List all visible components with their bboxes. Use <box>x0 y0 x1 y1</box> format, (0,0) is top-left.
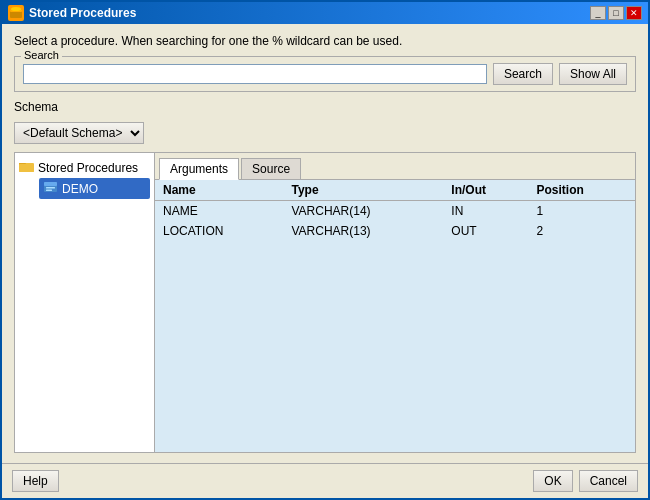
cell-position: 2 <box>529 221 635 241</box>
svg-rect-6 <box>19 164 34 172</box>
cell-name: NAME <box>155 201 283 222</box>
svg-rect-9 <box>46 187 55 189</box>
tree-db-icon <box>43 180 59 197</box>
title-bar: Stored Procedures _ □ ✕ <box>2 2 648 24</box>
main-area: Stored Procedures DEMO <box>14 152 636 453</box>
main-window: Stored Procedures _ □ ✕ Select a procedu… <box>0 0 650 500</box>
tree-folder-icon <box>19 159 35 176</box>
tree-panel: Stored Procedures DEMO <box>15 153 155 452</box>
tab-arguments[interactable]: Arguments <box>159 158 239 180</box>
search-group-label: Search <box>21 49 62 61</box>
cancel-button[interactable]: Cancel <box>579 470 638 492</box>
cell-inout: OUT <box>443 221 528 241</box>
ok-button[interactable]: OK <box>533 470 572 492</box>
cell-position: 1 <box>529 201 635 222</box>
content-panel: Arguments Source Name Type In/Out <box>155 153 635 452</box>
col-type: Type <box>283 180 443 201</box>
table-header-row: Name Type In/Out Position <box>155 180 635 201</box>
schema-select-wrapper: <Default Schema> <box>14 122 636 144</box>
cell-type: VARCHAR(13) <box>283 221 443 241</box>
svg-rect-10 <box>46 190 52 192</box>
col-inout: In/Out <box>443 180 528 201</box>
help-button[interactable]: Help <box>12 470 59 492</box>
arguments-table: Name Type In/Out Position NAMEVARCHAR(14… <box>155 180 635 241</box>
schema-select[interactable]: <Default Schema> <box>14 122 144 144</box>
cell-type: VARCHAR(14) <box>283 201 443 222</box>
table-row: NAMEVARCHAR(14)IN1 <box>155 201 635 222</box>
tree-child-demo[interactable]: DEMO <box>39 178 150 199</box>
window-icon <box>8 5 24 21</box>
schema-label: Schema <box>14 100 58 114</box>
col-name: Name <box>155 180 283 201</box>
tab-content-arguments: Name Type In/Out Position NAMEVARCHAR(14… <box>155 180 635 452</box>
tree-root-label: Stored Procedures <box>38 161 138 175</box>
svg-rect-8 <box>44 182 57 186</box>
cell-name: LOCATION <box>155 221 283 241</box>
svg-point-2 <box>11 7 21 11</box>
minimize-button[interactable]: _ <box>590 6 606 20</box>
tab-source[interactable]: Source <box>241 158 301 180</box>
show-all-button[interactable]: Show All <box>559 63 627 85</box>
tree-root[interactable]: Stored Procedures <box>19 157 150 178</box>
tabs-row: Arguments Source <box>155 153 635 180</box>
title-controls: _ □ ✕ <box>590 6 642 20</box>
cell-inout: IN <box>443 201 528 222</box>
title-bar-left: Stored Procedures <box>8 5 136 21</box>
window-body: Select a procedure. When searching for o… <box>2 24 648 463</box>
search-input[interactable] <box>23 64 487 84</box>
close-button[interactable]: ✕ <box>626 6 642 20</box>
search-row: Search Show All <box>23 63 627 85</box>
maximize-button[interactable]: □ <box>608 6 624 20</box>
tree-child-label: DEMO <box>62 182 98 196</box>
col-position: Position <box>529 180 635 201</box>
bottom-right-buttons: OK Cancel <box>533 470 638 492</box>
search-button[interactable]: Search <box>493 63 553 85</box>
window-title: Stored Procedures <box>29 6 136 20</box>
bottom-bar: Help OK Cancel <box>2 463 648 498</box>
schema-row: Schema <box>14 100 636 114</box>
table-row: LOCATIONVARCHAR(13)OUT2 <box>155 221 635 241</box>
search-group: Search Search Show All <box>14 56 636 92</box>
description-text: Select a procedure. When searching for o… <box>14 34 636 48</box>
